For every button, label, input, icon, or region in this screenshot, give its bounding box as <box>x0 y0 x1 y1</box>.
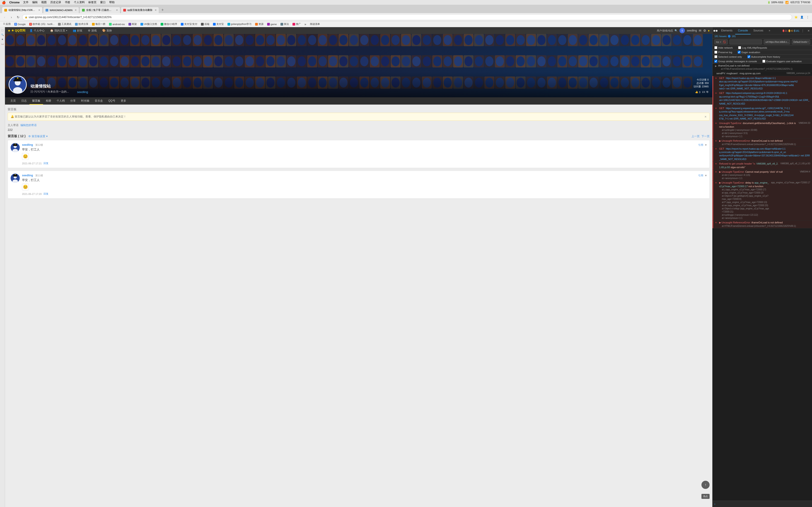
space-nav-diary[interactable]: 日志 <box>18 97 30 105</box>
user-activation-checkbox[interactable]: Evaluate triggers user activation <box>762 60 802 63</box>
console-filter-input[interactable] <box>729 39 762 44</box>
space-nav-guestbook[interactable]: 留言板 <box>30 97 43 105</box>
back-to-top-button[interactable]: ↑ <box>701 481 710 489</box>
address-bar[interactable]: 🔒 user.qzone.qq.com/1061214467/infocente… <box>22 14 792 20</box>
menu-file[interactable]: 文件 <box>23 0 29 4</box>
hide-network-checkbox[interactable]: Hide network <box>714 46 733 49</box>
tab-close-2[interactable]: ✕ <box>75 9 77 11</box>
qq-nav-games[interactable]: ⚙ 游戏 <box>87 29 98 33</box>
tab-close-4[interactable]: ✕ <box>155 9 157 11</box>
space-nav-share[interactable]: 分享 <box>67 97 79 105</box>
bookmark-promo[interactable]: 推广 <box>291 22 302 26</box>
space-nav-more[interactable]: 更多 <box>118 97 129 105</box>
hot-topics-button[interactable]: 热点 <box>701 494 710 499</box>
browser-tab-3[interactable]: 全栈 | 兔子零-汪淼的个人网站-... ✕ <box>80 7 120 13</box>
quote-button-1[interactable]: 引用 <box>698 143 703 147</box>
prev-page-button[interactable]: 上一页 <box>692 134 700 138</box>
extensions-button[interactable]: ⭐ <box>794 15 798 20</box>
browser-tab-active[interactable]: 动漫情报站 [http://1061214467... ✕ <box>2 7 43 13</box>
log-xhr-input[interactable] <box>738 46 741 49</box>
group-similar-checkbox[interactable]: Group similar messages in console <box>714 60 757 63</box>
bookmark-game[interactable]: game <box>266 22 278 26</box>
bookmark-resources[interactable]: 资源 <box>254 22 265 26</box>
selected-context-checkbox[interactable]: Selected context only <box>714 55 742 58</box>
search-icon[interactable]: 🔍 <box>674 29 678 32</box>
menu-bookmarks[interactable]: 书签 <box>65 0 70 4</box>
space-content-area[interactable]: 留言板 🔔 留言板已默认认为大家开启了非好友留言的主人审核功能。查看、保护隐私都… <box>5 105 712 507</box>
devtools-close-button[interactable]: ✕ <box>806 28 811 33</box>
bookmark-alipay2[interactable]: 支付宝 <box>212 22 225 26</box>
hide-network-input[interactable] <box>714 46 717 49</box>
devtools-tab-console[interactable]: Console <box>735 27 751 35</box>
comment-author-1[interactable]: seedling <box>22 143 33 147</box>
level-selector[interactable]: Default levels ▾ <box>792 39 810 44</box>
comment-author-2[interactable]: seedling <box>22 174 33 177</box>
menu-help[interactable]: 帮助 <box>109 0 115 4</box>
new-tab-button[interactable]: + <box>159 7 166 13</box>
bookmark-reader[interactable]: 阅读清单 <box>309 22 321 26</box>
more-options-2[interactable]: ▾ <box>705 174 707 177</box>
user-activation-input[interactable] <box>762 60 765 63</box>
menu-view[interactable]: 视图 <box>41 0 47 4</box>
eager-eval-checkbox[interactable]: Eager evaluation <box>738 51 760 54</box>
space-nav-music[interactable]: 音乐盒 <box>92 97 106 105</box>
bookmark-framework[interactable]: 框架 <box>127 22 138 26</box>
space-nav-qq[interactable]: QQ号 <box>106 97 118 105</box>
bookmark-alipay[interactable]: 支付宝/支付 <box>180 22 199 26</box>
devtools-tab-elements[interactable]: Elements <box>718 27 735 35</box>
menu-chrome[interactable]: Chrome <box>9 1 19 4</box>
clear-console-icon[interactable]: 🚫 <box>723 41 726 44</box>
settings-icon[interactable]: ⚙ <box>703 29 706 33</box>
log-xhr-checkbox[interactable]: Log XMLHttpRequests <box>738 46 767 49</box>
devtools-inspect-button[interactable] <box>716 30 717 32</box>
space-nav-home[interactable]: 主页 <box>8 97 18 105</box>
devtools-tab-more[interactable]: » <box>766 27 773 35</box>
bookmark-wechat[interactable]: 微信/小程序 <box>159 22 179 26</box>
bookmark-more[interactable]: » <box>303 22 308 26</box>
bookmark-tech[interactable]: 技术分享 <box>73 22 90 26</box>
space-nav-timeline[interactable]: 时光轴 <box>79 97 92 105</box>
devtools-dock-button[interactable]: ⋮ <box>800 28 805 33</box>
bookmark-apps[interactable]: ⠿ 应用 <box>2 22 12 26</box>
sidebar-icon-4[interactable]: 📖 <box>0 42 5 46</box>
reply-button-2[interactable]: 回复 <box>44 192 48 195</box>
sidebar-icon-3[interactable]: ★ <box>0 37 5 41</box>
sidebar-icon-1[interactable]: ⬚ <box>0 28 5 32</box>
qq-nav-decorate[interactable]: 🎨 装扮 <box>101 29 113 33</box>
next-page-button[interactable]: 下一页 <box>701 134 710 138</box>
user-avatar-header[interactable]: S <box>679 28 685 33</box>
devtools-console[interactable]: ▶ iframeOnLoad is not defined at HTMLIFr… <box>713 64 812 501</box>
group-similar-input[interactable] <box>714 60 717 63</box>
autocomplete-checkbox[interactable]: Autocomplete from history <box>748 55 780 58</box>
qq-nav-profile[interactable]: 👤 个人中心 <box>28 29 46 33</box>
guestbook-settings-button[interactable]: ⚙ 留言板设置 ▾ <box>28 134 48 138</box>
bookmark-daily[interactable]: 每日一榜 <box>91 22 107 26</box>
tab-close-1[interactable]: ✕ <box>38 9 40 11</box>
bookmark-golang[interactable]: golang/python学习 <box>226 22 253 26</box>
menu-window[interactable]: 窗口 <box>100 0 106 4</box>
apple-menu[interactable]: 🍎 <box>2 1 6 4</box>
entry-3-url[interactable]: https://report.huatuo.qq.com.3&apn=wifi&… <box>719 77 798 90</box>
qq-nav-friends[interactable]: 👥 好友 <box>71 29 84 33</box>
sidebar-icon-2[interactable]: 🔍 <box>0 33 5 37</box>
notice-close-button[interactable]: ✕ <box>704 115 707 118</box>
bookmark-tools[interactable]: 工具测试 <box>57 22 73 26</box>
preserve-log-checkbox[interactable]: Preserve log <box>714 51 732 54</box>
host-message-edit-link[interactable]: 编辑您的寄语 <box>20 123 37 127</box>
bookmark-mail[interactable]: M 收件箱 (15) · tuzili... <box>28 22 56 26</box>
message-icon[interactable]: ✉ <box>699 29 701 33</box>
bookmark-android[interactable]: android-ios <box>108 22 126 26</box>
tab-close-3[interactable]: ✕ <box>116 9 118 11</box>
preserve-log-input[interactable] <box>714 51 717 54</box>
quote-button-2[interactable]: 引用 <box>698 174 703 177</box>
entry-4-url[interactable]: https://isdspeed.isdspeed.qq.com/cgi-8=2… <box>719 92 809 105</box>
back-button[interactable]: ‹ <box>2 14 7 20</box>
qq-nav-home[interactable]: 🏠 我的主页 ▾ <box>49 29 69 33</box>
entry-5-url[interactable]: https://wspeed.g wspeed.qq.com/w.cgi?_=1… <box>719 107 794 120</box>
browser-tab-2[interactable]: WANGMIAO-ADMIN ✕ <box>43 7 79 13</box>
bookmark-backend[interactable]: 后端 <box>200 22 211 26</box>
menu-history[interactable]: 历史记录 <box>50 0 61 4</box>
menu-edit[interactable]: 编辑 <box>32 0 38 4</box>
space-nav-album[interactable]: 相册 <box>43 97 54 105</box>
browser-tab-4[interactable]: qq留言板批量自动删除 ✕ <box>121 7 159 13</box>
